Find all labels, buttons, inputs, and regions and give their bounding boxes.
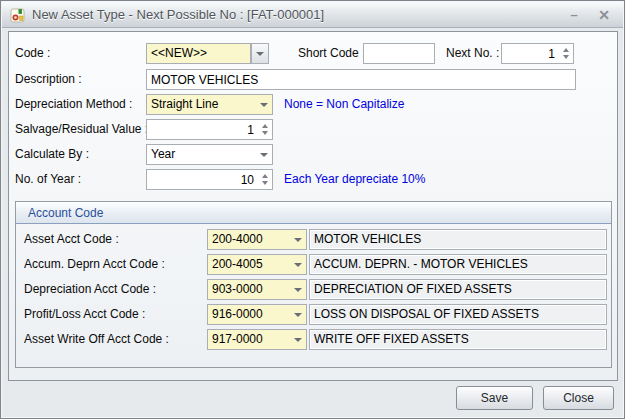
asset-write-off-acct-code-value: 917-0000 bbox=[212, 330, 288, 349]
asset-acct-description: MOTOR VEHICLES bbox=[309, 229, 607, 250]
account-code-groupbox: Account Code Asset Acct Code : 200-4000 … bbox=[15, 201, 612, 368]
asset-acct-code-value: 200-4000 bbox=[212, 230, 288, 249]
salvage-value-input[interactable] bbox=[147, 120, 272, 139]
accum-deprn-acct-code-combo[interactable]: 200-4005 bbox=[207, 254, 307, 275]
profit-loss-acct-code-label: Profit/Loss Acct Code : bbox=[24, 304, 145, 325]
profit-loss-acct-description: LOSS ON DISPOSAL OF FIXED ASSETS bbox=[309, 304, 607, 325]
depreciation-method-combo[interactable]: Straight Line bbox=[146, 94, 273, 115]
accum-deprn-acct-description: ACCUM. DEPRN. - MOTOR VEHICLES bbox=[309, 254, 607, 275]
button-bar: Save Close bbox=[1, 382, 624, 419]
description-label: Description : bbox=[15, 69, 82, 90]
accum-deprn-acct-code-label: Accum. Deprn Acct Code : bbox=[24, 254, 165, 275]
accum-deprn-acct-code-value: 200-4005 bbox=[212, 255, 288, 274]
spinner-up-icon[interactable] bbox=[563, 48, 569, 52]
depreciation-acct-code-value: 903-0000 bbox=[212, 280, 288, 299]
no-of-year-hint: Each Year depreciate 10% bbox=[284, 169, 425, 190]
salvage-value-label: Salvage/Residual Value : bbox=[15, 119, 148, 140]
short-code-field-wrap bbox=[363, 43, 435, 64]
chevron-down-icon bbox=[255, 145, 272, 164]
no-of-year-label: No. of Year : bbox=[15, 169, 81, 190]
spinner-down-icon[interactable] bbox=[262, 131, 268, 135]
depreciation-method-label: Depreciation Method : bbox=[15, 94, 132, 115]
short-code-input[interactable] bbox=[364, 44, 434, 63]
next-no-label: Next No. : bbox=[446, 43, 499, 64]
chevron-down-icon bbox=[289, 230, 306, 249]
chevron-down-icon bbox=[256, 52, 264, 56]
spinner-down-icon[interactable] bbox=[563, 55, 569, 59]
depreciation-method-hint: None = Non Capitalize bbox=[284, 94, 404, 115]
chevron-down-icon bbox=[255, 95, 272, 114]
no-of-year-spinner bbox=[146, 169, 273, 190]
asset-acct-code-label: Asset Acct Code : bbox=[24, 229, 119, 250]
chevron-down-icon bbox=[289, 305, 306, 324]
code-combo-dropdown-button[interactable] bbox=[251, 43, 269, 64]
spinner-down-icon[interactable] bbox=[262, 181, 268, 185]
code-label: Code : bbox=[15, 43, 50, 64]
short-code-label: Short Code : bbox=[298, 43, 365, 64]
save-button[interactable]: Save bbox=[456, 386, 533, 410]
close-icon[interactable]: ✕ bbox=[591, 2, 617, 28]
spinner-up-icon[interactable] bbox=[262, 124, 268, 128]
code-value: <<NEW>> bbox=[151, 44, 232, 63]
account-code-title: Account Code bbox=[28, 202, 103, 224]
chevron-down-icon bbox=[289, 255, 306, 274]
no-of-year-input[interactable] bbox=[147, 170, 272, 189]
salvage-value-spinner bbox=[146, 119, 273, 140]
account-code-header: Account Code bbox=[16, 202, 611, 224]
app-icon bbox=[10, 7, 26, 23]
chevron-down-icon bbox=[289, 330, 306, 349]
depreciation-acct-code-label: Depreciation Acct Code : bbox=[24, 279, 156, 300]
calculate-by-label: Calculate By : bbox=[15, 144, 89, 165]
description-field-wrap bbox=[146, 69, 576, 90]
window-title: New Asset Type - Next Possible No : [FAT… bbox=[32, 2, 324, 28]
profit-loss-acct-code-value: 916-0000 bbox=[212, 305, 288, 324]
asset-write-off-acct-code-combo[interactable]: 917-0000 bbox=[207, 329, 307, 350]
next-no-spinner bbox=[501, 43, 574, 64]
minimize-icon[interactable]: – bbox=[561, 2, 587, 28]
asset-acct-code-combo[interactable]: 200-4000 bbox=[207, 229, 307, 250]
profit-loss-acct-code-combo[interactable]: 916-0000 bbox=[207, 304, 307, 325]
depreciation-acct-code-combo[interactable]: 903-0000 bbox=[207, 279, 307, 300]
asset-write-off-acct-code-label: Asset Write Off Acct Code : bbox=[24, 329, 169, 350]
calculate-by-value: Year bbox=[151, 145, 254, 164]
chevron-down-icon bbox=[289, 280, 306, 299]
close-button[interactable]: Close bbox=[543, 386, 614, 410]
code-combo[interactable]: <<NEW>> bbox=[146, 43, 251, 64]
title-bar: New Asset Type - Next Possible No : [FAT… bbox=[2, 2, 623, 28]
calculate-by-combo[interactable]: Year bbox=[146, 144, 273, 165]
dialog-window: New Asset Type - Next Possible No : [FAT… bbox=[0, 0, 625, 419]
depreciation-acct-description: DEPRECIATION OF FIXED ASSETS bbox=[309, 279, 607, 300]
spinner-up-icon[interactable] bbox=[262, 174, 268, 178]
description-input[interactable] bbox=[147, 70, 575, 89]
form-panel: Code : <<NEW>> Short Code : Next No. : D… bbox=[8, 31, 618, 381]
depreciation-method-value: Straight Line bbox=[151, 95, 254, 114]
asset-write-off-acct-description: WRITE OFF FIXED ASSETS bbox=[309, 329, 607, 350]
